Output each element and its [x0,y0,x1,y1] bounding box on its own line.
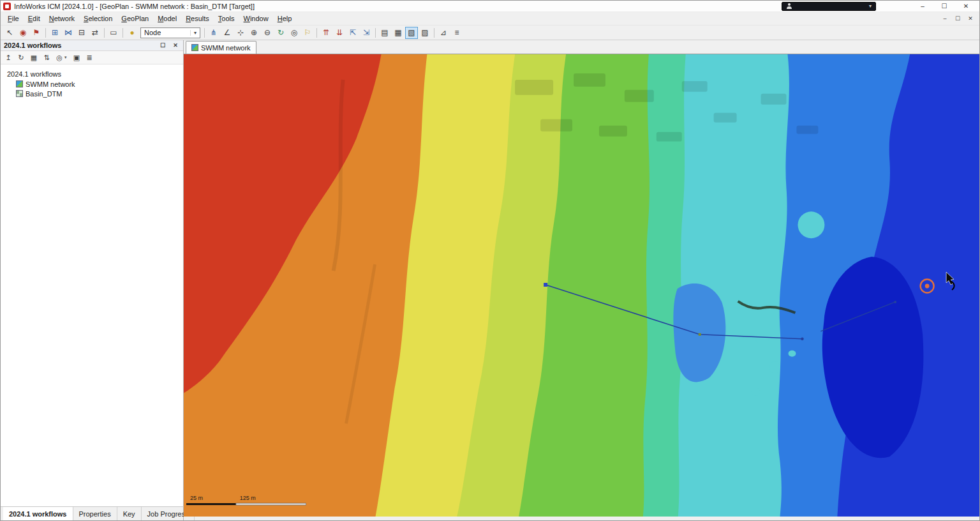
geoplan-tab-strip: SWMM network [184,40,979,54]
zoom-out-icon[interactable]: ⊖ [261,27,274,39]
trace-upstream-icon[interactable]: ⇈ [320,27,332,39]
title-bar: InfoWorks ICM [2024.1.0] - [GeoPlan - SW… [1,1,979,12]
app-icon [3,3,11,10]
workflows-panel-title: 2024.1 workflows [4,42,62,49]
menu-network[interactable]: Network [45,13,79,24]
tree-root-item[interactable]: 2024.1 workflows [1,70,183,79]
minimize-button[interactable]: – [912,1,933,11]
toolbar-separator [434,28,434,38]
geoplan-tab-icon [191,44,198,51]
sort-icon[interactable]: ⇅ [41,52,52,63]
close-button[interactable]: ✕ [955,1,977,11]
menu-selection[interactable]: Selection [79,13,117,24]
geoplan-canvas[interactable]: 25 m 125 m [184,54,979,517]
toolbar-separator [104,28,105,38]
flag-tool-icon[interactable]: ⚑ [30,27,43,39]
tree-item-swmm-network[interactable]: SWMM network [1,79,183,89]
account-widget[interactable]: ▾ [782,2,876,11]
menu-bar: File Edit Network Selection GeoPlan Mode… [1,12,979,26]
network-node[interactable] [699,333,701,336]
label-tool-icon[interactable]: ▭ [107,27,120,39]
gradient-tool-icon[interactable]: ∠ [221,27,234,39]
zoom-in-icon[interactable]: ⊕ [248,27,260,39]
node-type-combobox[interactable]: Node ▾ [140,27,200,38]
toolbar-separator [375,28,376,38]
menu-results[interactable]: Results [181,13,214,24]
menu-geoplan[interactable]: GeoPlan [117,13,153,24]
network-icon [16,80,23,87]
refresh-view-icon[interactable]: ↻ [274,27,287,39]
grid-window-icon[interactable]: ▤ [378,27,391,39]
combobox-caret-icon[interactable]: ▾ [190,30,200,36]
refresh-icon[interactable]: ↻ [15,52,27,63]
trace-tool-icon[interactable]: ⋔ [207,27,220,39]
select-downstream-icon[interactable]: ⇲ [360,27,373,39]
tree-item-label: SWMM network [26,80,75,88]
scale-label-large: 125 m [240,495,256,501]
workflows-tree: 2024.1 workflows SWMM network Basin_DTM [1,64,183,506]
new-object-icon[interactable]: ● [126,27,138,39]
mdi-close-button[interactable]: ✕ [964,15,977,22]
find-tool-icon[interactable]: ◎ [288,27,301,39]
panel-close-button[interactable]: ✕ [171,42,180,49]
tab-properties[interactable]: Properties [73,507,117,520]
grid-icon[interactable]: ▦ [28,52,40,63]
geoplan-tab-swmm-network[interactable]: SWMM network [186,41,256,54]
find-icon[interactable]: ◎ [54,52,65,63]
tree-item-basin-dtm[interactable]: Basin_DTM [1,89,183,98]
mdi-minimize-button[interactable]: – [939,15,951,22]
select-tool-icon[interactable]: ↖ [3,27,16,39]
network-endpoint[interactable] [894,301,896,303]
account-caret-icon: ▾ [869,4,872,9]
find-caret-icon[interactable]: ▾ [64,55,70,60]
dtm-raster: 25 m 125 m [184,54,979,517]
toolbar-separator [122,28,123,38]
tab-workflows[interactable]: 2024.1 workflows [3,507,73,520]
geoplan-tab-label: SWMM network [201,44,251,52]
polygon-select-icon[interactable]: ▧ [405,27,418,39]
mdi-restore-button[interactable]: ☐ [951,15,964,22]
geoplan-area: SWMM network [184,40,979,517]
bottom-tab-bar: 2024.1 workflows Properties Key Job Prog… [1,506,184,520]
network-endpoint[interactable] [801,337,804,340]
restore-button[interactable]: ☐ [933,1,955,11]
user-icon [786,3,792,9]
workflows-panel-toolbar: ↥ ↻ ▦ ⇅ ◎ ▾ ▣ ≣ [1,51,183,64]
scale-label-small: 25 m [190,495,203,501]
copy-icon[interactable]: ▣ [71,52,82,63]
menu-file[interactable]: File [3,13,24,24]
window-title: InfoWorks ICM [2024.1.0] - [GeoPlan - SW… [14,3,255,10]
measure-tool-icon[interactable]: ⊿ [437,27,450,39]
tab-key[interactable]: Key [117,507,142,520]
node-type-value: Node [144,29,161,36]
digitise-node-icon[interactable]: ⊞ [48,27,61,39]
split-link-icon[interactable]: ⊟ [75,27,88,39]
menu-help[interactable]: Help [273,13,297,24]
workflows-panel-header: 2024.1 workflows ☐ ✕ [1,40,183,51]
digitise-link-icon[interactable]: ⋈ [62,27,75,39]
layout-icon[interactable]: ≣ [84,52,95,63]
pin-icon[interactable]: ↥ [3,52,14,63]
workflows-panel: 2024.1 workflows ☐ ✕ ↥ ↻ ▦ ⇅ ◎ ▾ ▣ ≣ 202… [1,40,184,506]
layer-control-icon[interactable]: ▦ [392,27,405,39]
pan-tool-icon[interactable]: ⊹ [234,27,247,39]
ground-model-icon [16,90,23,97]
menu-window[interactable]: Window [239,13,273,24]
network-vertex[interactable] [544,283,547,287]
info-tool-icon[interactable]: ◉ [17,27,29,39]
main-toolbar: ↖ ◉ ⚑ ⊞ ⋈ ⊟ ⇄ ▭ ● Node ▾ ⋔ ∠ ⊹ ⊕ ⊖ ↻ ◎ ⚐… [1,26,979,40]
toolbar-separator [45,28,46,38]
app-window: InfoWorks ICM [2024.1.0] - [GeoPlan - SW… [0,0,980,521]
menu-model[interactable]: Model [153,13,181,24]
scale-tool-icon[interactable]: ≡ [450,27,463,39]
toolbar-separator [204,28,205,38]
select-upstream-icon[interactable]: ⇱ [346,27,359,39]
mdi-window-controls: – ☐ ✕ [939,15,977,22]
bookmark-tool-icon[interactable]: ⚐ [301,27,314,39]
menu-tools[interactable]: Tools [214,13,239,24]
menu-edit[interactable]: Edit [24,13,45,24]
rectangle-select-icon[interactable]: ▨ [419,27,431,39]
panel-float-button[interactable]: ☐ [158,42,167,49]
connect-tool-icon[interactable]: ⇄ [89,27,101,39]
trace-downstream-icon[interactable]: ⇊ [333,27,346,39]
